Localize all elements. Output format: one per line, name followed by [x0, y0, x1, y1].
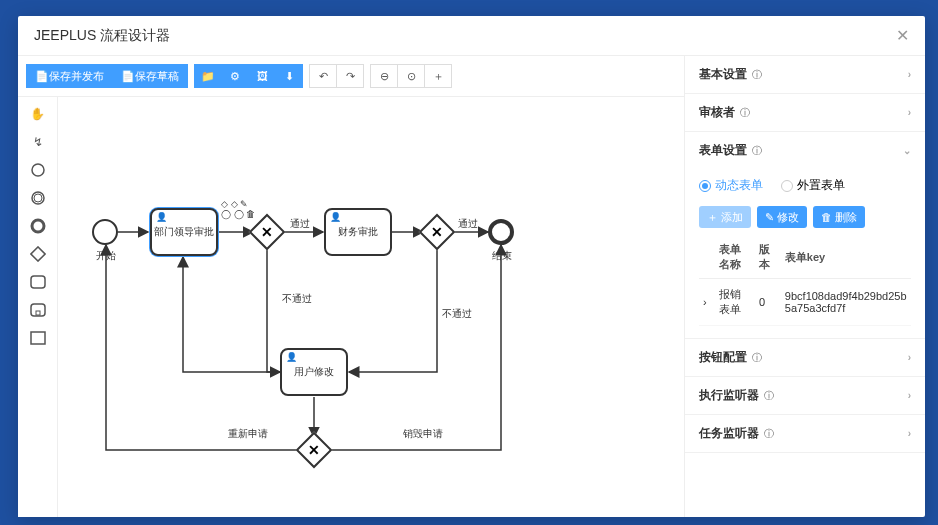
section-form-settings-header[interactable]: 表单设置 ⓘ ⌄	[685, 132, 925, 169]
chevron-right-icon: ›	[908, 390, 911, 401]
task-tool[interactable]	[29, 273, 47, 291]
context-pad[interactable]: ◇ ◇ ✎◯ ◯ 🗑	[221, 199, 255, 219]
section-button-config-title: 按钮配置	[699, 350, 747, 364]
folder-open-button[interactable]: 📁	[194, 64, 222, 88]
svg-rect-7	[36, 311, 40, 315]
section-exec-listener-title: 执行监听器	[699, 388, 759, 402]
section-form-settings-body: 动态表单 外置表单 ＋ 添加 ✎ 修改 🗑 删除 表单名称 版本 表单ke	[685, 169, 925, 338]
section-reviewers-header[interactable]: 审核者 ⓘ ›	[685, 94, 925, 131]
modal-header: JEEPLUS 流程设计器 ✕	[18, 16, 925, 56]
expand-row-icon[interactable]: ›	[699, 279, 715, 326]
edge-pass1-label: 通过	[290, 217, 310, 231]
chevron-right-icon: ›	[908, 69, 911, 80]
zoom-in-button[interactable]: ＋	[424, 64, 452, 88]
svg-rect-4	[30, 247, 44, 261]
add-form-button[interactable]: ＋ 添加	[699, 206, 751, 228]
end-event[interactable]	[488, 219, 514, 245]
edges-layer	[58, 97, 698, 517]
cell-form-name: 报销表单	[715, 279, 755, 326]
end-event-tool[interactable]	[29, 217, 47, 235]
section-basic-title: 基本设置	[699, 67, 747, 81]
zoom-reset-icon: ⊙	[407, 70, 416, 83]
undo-icon: ↶	[319, 70, 328, 83]
info-icon: ⓘ	[737, 107, 750, 118]
section-basic-header[interactable]: 基本设置 ⓘ ›	[685, 56, 925, 93]
start-event-tool[interactable]	[29, 161, 47, 179]
info-icon: ⓘ	[749, 145, 762, 156]
form-table: 表单名称 版本 表单key › 报销表单 0 9bcf108dad9f4b29b…	[699, 236, 911, 326]
delete-label: 删除	[835, 210, 857, 225]
user-task-icon: 👤	[330, 212, 341, 222]
redo-button[interactable]: ↷	[336, 64, 364, 88]
zoom-reset-button[interactable]: ⊙	[397, 64, 425, 88]
hand-tool[interactable]: ✋	[29, 105, 47, 123]
radio-external-label: 外置表单	[797, 177, 845, 194]
gateway-1[interactable]	[249, 214, 286, 251]
zoom-out-button[interactable]: ⊖	[370, 64, 398, 88]
task-user-modify[interactable]: 👤 用户修改	[280, 348, 348, 396]
radio-dynamic-form[interactable]: 动态表单	[699, 177, 763, 194]
save-draft-label: 保存草稿	[135, 69, 179, 84]
lasso-tool[interactable]: ↯	[29, 133, 47, 151]
save-publish-button[interactable]: 📄 保存并发布	[26, 64, 113, 88]
svg-point-2	[34, 194, 42, 202]
modal-body: 📄 保存并发布 📄 保存草稿 📁 ⚙ 🖼 ⬇ ↶ ↷ ⊖ ⊙ ＋	[18, 56, 925, 517]
close-icon[interactable]: ✕	[896, 26, 909, 45]
palette: ✋ ↯	[18, 97, 58, 517]
download-button[interactable]: ⬇	[275, 64, 303, 88]
delete-form-button[interactable]: 🗑 删除	[813, 206, 865, 228]
section-form-settings: 表单设置 ⓘ ⌄ 动态表单 外置表单 ＋ 添加 ✎ 修改 🗑 删除	[685, 132, 925, 339]
chevron-right-icon: ›	[908, 352, 911, 363]
save-publish-label: 保存并发布	[49, 69, 104, 84]
info-icon: ⓘ	[749, 69, 762, 80]
edit-form-button[interactable]: ✎ 修改	[757, 206, 807, 228]
section-form-settings-title: 表单设置	[699, 143, 747, 157]
form-type-radios: 动态表单 外置表单	[699, 177, 911, 194]
user-task-icon: 👤	[156, 212, 167, 222]
section-task-listener-header[interactable]: 任务监听器 ⓘ ›	[685, 415, 925, 452]
data-object-tool[interactable]	[29, 329, 47, 347]
radio-dot-icon	[699, 180, 711, 192]
col-version: 版本	[755, 236, 781, 279]
start-event[interactable]	[92, 219, 118, 245]
radio-dot-icon	[781, 180, 793, 192]
gear-icon: ⚙	[230, 70, 240, 83]
svg-point-3	[32, 220, 44, 232]
add-label: 添加	[721, 210, 743, 225]
task-dept-review-label: 部门领导审批	[154, 225, 214, 239]
image-button[interactable]: 🖼	[248, 64, 276, 88]
chevron-right-icon: ›	[908, 107, 911, 118]
settings-button[interactable]: ⚙	[221, 64, 249, 88]
canvas-wrap: ✋ ↯	[18, 97, 684, 517]
undo-button[interactable]: ↶	[309, 64, 337, 88]
subprocess-tool[interactable]	[29, 301, 47, 319]
zoom-in-icon: ＋	[433, 69, 444, 84]
gateway-3[interactable]	[296, 432, 333, 469]
gateway-2[interactable]	[419, 214, 456, 251]
svg-rect-6	[31, 304, 45, 316]
modal-title: JEEPLUS 流程设计器	[34, 27, 170, 45]
section-task-listener: 任务监听器 ⓘ ›	[685, 415, 925, 453]
task-user-modify-label: 用户修改	[294, 365, 334, 379]
section-exec-listener-header[interactable]: 执行监听器 ⓘ ›	[685, 377, 925, 414]
radio-external-form[interactable]: 外置表单	[781, 177, 845, 194]
section-task-listener-title: 任务监听器	[699, 426, 759, 440]
cell-version: 0	[755, 279, 781, 326]
edge-resubmit-label: 重新申请	[228, 427, 268, 441]
svg-point-0	[32, 164, 44, 176]
task-finance-review[interactable]: 👤 财务审批	[324, 208, 392, 256]
diagram-canvas[interactable]: 开始 👤 部门领导审批 ◇ ◇ ✎◯ ◯ 🗑 通过 👤 财务审批 通过	[58, 97, 684, 517]
gateway-tool[interactable]	[29, 245, 47, 263]
task-dept-review[interactable]: 👤 部门领导审批	[150, 208, 218, 256]
edge-fail2-label: 不通过	[442, 307, 472, 321]
properties-panel: 基本设置 ⓘ › 审核者 ⓘ › 表单设置 ⓘ ⌄ 动态表单 外置	[685, 56, 925, 517]
start-label: 开始	[96, 249, 116, 263]
form-action-buttons: ＋ 添加 ✎ 修改 🗑 删除	[699, 206, 911, 228]
table-row[interactable]: › 报销表单 0 9bcf108dad9f4b29bd25b5a75a3cfd7…	[699, 279, 911, 326]
task-finance-review-label: 财务审批	[338, 225, 378, 239]
section-button-config-header[interactable]: 按钮配置 ⓘ ›	[685, 339, 925, 376]
svg-rect-5	[31, 276, 45, 288]
intermediate-event-tool[interactable]	[29, 189, 47, 207]
save-draft-button[interactable]: 📄 保存草稿	[112, 64, 188, 88]
folder-icon: 📁	[201, 70, 215, 83]
